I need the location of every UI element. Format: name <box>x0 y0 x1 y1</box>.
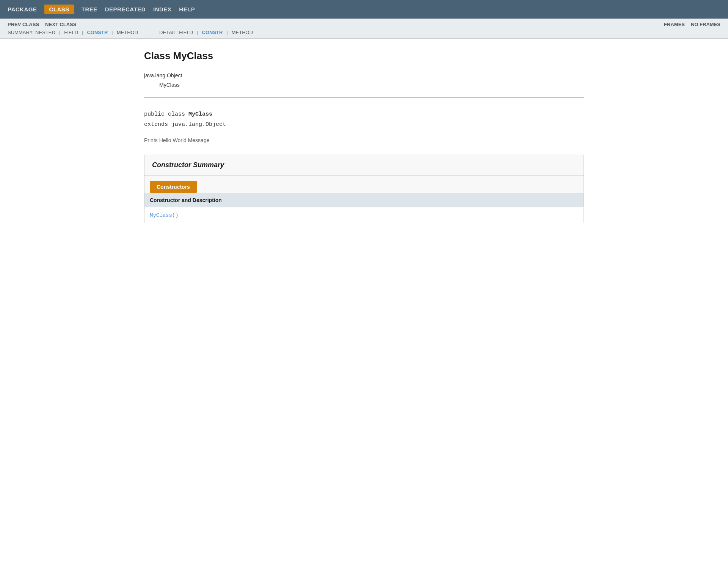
sep3: | <box>111 30 113 35</box>
sep5: | <box>226 30 228 35</box>
detail-method: METHOD <box>232 30 253 35</box>
class-description: Prints Hello World Message <box>144 137 584 143</box>
constructor-table-header: Constructor and Description <box>144 193 584 207</box>
nav-help[interactable]: HELP <box>179 6 195 13</box>
summary-nested: NESTED <box>35 30 55 35</box>
no-frames-link[interactable]: NO FRAMES <box>691 22 720 27</box>
constructor-table-header-row: Constructor and Description <box>144 193 584 207</box>
detail-constr-link[interactable]: CONSTR <box>202 30 223 35</box>
nav-package[interactable]: PACKAGE <box>8 6 37 13</box>
constructor-entry: MyClass() <box>144 207 584 223</box>
detail-label: DETAIL: <box>159 30 177 35</box>
frames-link[interactable]: FRAMES <box>664 22 685 27</box>
constructors-tab-area: Constructors <box>144 176 584 193</box>
constructor-summary-box: Constructor Summary Constructors Constru… <box>144 155 584 223</box>
constructor-link[interactable]: MyClass() <box>150 212 179 218</box>
sep4: | <box>197 30 198 35</box>
nav-index[interactable]: INDEX <box>153 6 171 13</box>
constructor-table: Constructor and Description MyClass() <box>144 193 584 223</box>
summary-method: METHOD <box>117 30 138 35</box>
secondary-navigation: PREV CLASS NEXT CLASS FRAMES NO FRAMES S… <box>0 19 728 39</box>
declaration-line2: extends java.lang.Object <box>144 119 584 130</box>
class-title: Class MyClass <box>144 50 584 62</box>
prev-class-link[interactable]: PREV CLASS <box>8 22 39 27</box>
main-content: Class MyClass java.lang.Object MyClass p… <box>129 39 599 246</box>
class-hierarchy: java.lang.Object MyClass <box>144 71 584 90</box>
table-row: MyClass() <box>144 207 584 223</box>
hierarchy-child: MyClass <box>144 80 584 90</box>
next-class-link[interactable]: NEXT CLASS <box>45 22 76 27</box>
constructors-tab[interactable]: Constructors <box>150 181 197 193</box>
constructor-summary-title: Constructor Summary <box>152 161 576 169</box>
divider-line <box>144 97 584 98</box>
declaration-classname: MyClass <box>188 111 212 118</box>
nav-deprecated[interactable]: DEPRECATED <box>105 6 146 13</box>
summary-constr-link[interactable]: CONSTR <box>87 30 108 35</box>
declaration-prefix: public class <box>144 111 188 118</box>
detail-field: FIELD <box>179 30 193 35</box>
summary-box-header: Constructor Summary <box>144 155 584 176</box>
hierarchy-parent: java.lang.Object <box>144 72 182 78</box>
declaration-line1: public class MyClass <box>144 109 584 119</box>
summary-label: SUMMARY: <box>8 30 34 35</box>
top-navigation: PACKAGE CLASS TREE DEPRECATED INDEX HELP <box>0 0 728 19</box>
class-declaration: public class MyClass extends java.lang.O… <box>144 109 584 130</box>
nav-tree[interactable]: TREE <box>82 6 97 13</box>
sep2: | <box>82 30 83 35</box>
nav-class[interactable]: CLASS <box>44 5 74 14</box>
summary-field: FIELD <box>64 30 78 35</box>
sep1: | <box>59 30 60 35</box>
